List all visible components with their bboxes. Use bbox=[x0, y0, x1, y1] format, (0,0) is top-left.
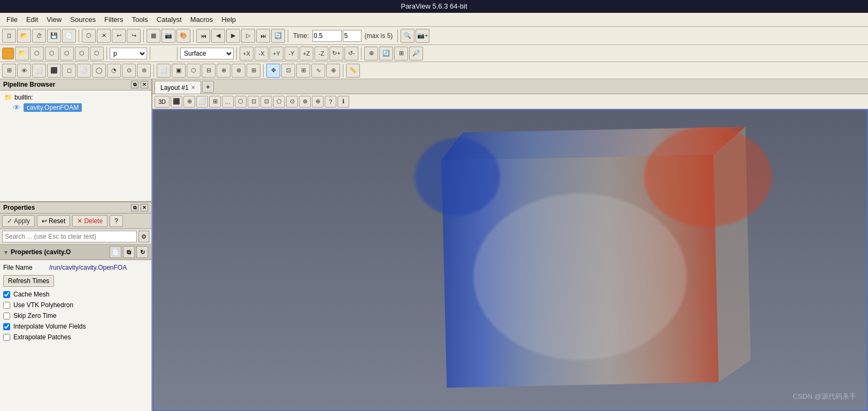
menu-file[interactable]: File bbox=[2, 14, 22, 25]
color-map-btn[interactable] bbox=[2, 48, 14, 59]
delete-button[interactable]: ✕ Delete bbox=[72, 215, 107, 227]
cube2-btn[interactable]: ⬛ bbox=[47, 64, 61, 78]
pipeline-cavity[interactable]: 👁 cavity.OpenFOAM bbox=[2, 102, 149, 113]
vp-fit-btn[interactable]: ⊞ bbox=[209, 96, 221, 108]
orient-x-btn[interactable]: +X bbox=[240, 47, 254, 60]
folder2-btn[interactable]: 📁 bbox=[15, 47, 29, 60]
pipeline-builtin[interactable]: 📁 builtin: bbox=[2, 93, 149, 102]
vp-axes-btn[interactable]: ⊕ bbox=[183, 96, 195, 108]
help-button[interactable]: ? bbox=[110, 215, 123, 227]
ellipse-btn[interactable]: ◯ bbox=[92, 64, 106, 78]
interpolate-checkbox[interactable] bbox=[3, 323, 10, 330]
menu-filters[interactable]: Filters bbox=[100, 14, 127, 25]
redo-btn[interactable]: ↪ bbox=[127, 29, 141, 43]
prev-btn[interactable]: ◀ bbox=[211, 29, 225, 43]
orient-z-btn[interactable]: +Z bbox=[299, 47, 313, 60]
surface-select[interactable]: Surface Wireframe Points bbox=[180, 48, 234, 59]
vp-orient-btn[interactable]: ⬜ bbox=[196, 96, 208, 108]
menu-tools[interactable]: Tools bbox=[127, 14, 152, 25]
rot-neg-btn[interactable]: ↺- bbox=[344, 47, 358, 60]
extrapolate-checkbox[interactable] bbox=[3, 334, 10, 341]
ruler-btn[interactable]: 📏 bbox=[346, 64, 360, 78]
vp-ruler-btn[interactable]: ⊡ bbox=[260, 96, 272, 108]
new-btn[interactable]: 🗋 bbox=[2, 29, 16, 43]
orient-y-btn[interactable]: +Y bbox=[270, 47, 283, 60]
play-btn[interactable]: ▶ bbox=[226, 29, 240, 43]
center-btn[interactable]: ⊕ bbox=[364, 47, 378, 60]
menu-view[interactable]: View bbox=[42, 14, 66, 25]
vp-more-btn[interactable]: … bbox=[222, 96, 234, 108]
props-copy-btn[interactable]: ⧉ bbox=[123, 246, 135, 258]
open-btn[interactable]: 📂 bbox=[17, 29, 31, 43]
skip-start-btn[interactable]: ⏮ bbox=[196, 29, 210, 43]
source2-btn[interactable]: ⬡ bbox=[45, 47, 59, 60]
reset-camera-btn[interactable]: 🔄 bbox=[379, 47, 393, 60]
apply-button[interactable]: ✓ Apply bbox=[2, 215, 35, 227]
properties-float-btn[interactable]: ⧉ bbox=[131, 204, 139, 211]
undo-btn[interactable]: ↩ bbox=[112, 29, 126, 43]
search-icon[interactable]: 🔍 bbox=[401, 29, 414, 43]
play-realtime-btn[interactable]: ▷ bbox=[241, 29, 255, 43]
time-value-input[interactable] bbox=[312, 30, 342, 42]
vp-3d-btn[interactable]: 3D bbox=[155, 96, 170, 108]
connect-btn[interactable]: ⬡ bbox=[82, 29, 96, 43]
camera2-btn[interactable]: 📷+ bbox=[416, 29, 429, 43]
vp-select5-btn[interactable]: ⊗ bbox=[299, 96, 311, 108]
camera-btn[interactable]: 📷 bbox=[162, 29, 175, 43]
render-canvas[interactable]: CSDN @源代码杀手 bbox=[152, 109, 868, 411]
select2-btn[interactable]: ▣ bbox=[172, 64, 186, 78]
orient-x-neg-btn[interactable]: -X bbox=[255, 47, 268, 60]
vp-select3-btn[interactable]: ⬠ bbox=[273, 96, 285, 108]
grid-btn[interactable]: ⊞ bbox=[2, 64, 16, 78]
glyph-btn[interactable]: ⊞ bbox=[296, 64, 310, 78]
stream-btn[interactable]: ∿ bbox=[311, 64, 325, 78]
vp-pick-btn[interactable]: ⊕ bbox=[312, 96, 324, 108]
select7-btn[interactable]: ⊞ bbox=[247, 64, 260, 78]
props-refresh-btn[interactable]: ↻ bbox=[136, 246, 148, 258]
menu-edit[interactable]: Edit bbox=[22, 14, 42, 25]
filter-btn[interactable]: ▦ bbox=[147, 29, 160, 43]
rot-pos-btn[interactable]: ↻+ bbox=[329, 47, 343, 60]
add-layout-btn[interactable]: + bbox=[202, 81, 214, 93]
transform-btn[interactable]: ⬡ bbox=[60, 47, 74, 60]
plane-btn[interactable]: ✥ bbox=[266, 64, 280, 78]
probe-btn[interactable]: ⊕ bbox=[326, 64, 340, 78]
cube-btn[interactable]: ⬜ bbox=[32, 64, 46, 78]
vp-select-btn[interactable]: ⬡ bbox=[235, 96, 247, 108]
select-btn[interactable]: ⬜ bbox=[157, 64, 171, 78]
cache-mesh-checkbox[interactable] bbox=[3, 291, 10, 298]
vp-help-btn[interactable]: ? bbox=[325, 96, 336, 108]
disconnect-btn[interactable]: ✕ bbox=[97, 29, 111, 43]
skip-end-btn[interactable]: ⏭ bbox=[256, 29, 270, 43]
select6-btn[interactable]: ⊗ bbox=[232, 64, 245, 78]
vp-select2-btn[interactable]: ⊡ bbox=[248, 96, 259, 108]
properties-close-btn[interactable]: ✕ bbox=[141, 204, 148, 211]
menu-help[interactable]: Help bbox=[217, 14, 240, 25]
skip-zero-checkbox[interactable] bbox=[3, 313, 10, 319]
color-btn[interactable]: 🎨 bbox=[176, 29, 190, 43]
vtk-poly-checkbox[interactable] bbox=[3, 302, 10, 309]
search-settings-btn[interactable]: ⚙ bbox=[139, 231, 149, 242]
properties-search[interactable] bbox=[2, 231, 137, 242]
orient-y-neg-btn[interactable]: -Y bbox=[285, 47, 298, 60]
loop-btn[interactable]: 🔄 bbox=[271, 29, 285, 43]
vp-surface-btn[interactable]: ⬛ bbox=[171, 96, 182, 108]
vp-info-btn[interactable]: ℹ bbox=[337, 96, 349, 108]
box-btn[interactable]: ⊡ bbox=[281, 64, 295, 78]
visibility-eye-icon[interactable]: 👁 bbox=[13, 103, 20, 112]
source-btn[interactable]: ⬡ bbox=[30, 47, 44, 60]
menu-macros[interactable]: Macros bbox=[186, 14, 218, 25]
menu-sources[interactable]: Sources bbox=[66, 14, 100, 25]
select4-btn[interactable]: ⊟ bbox=[202, 64, 216, 78]
cube3-btn[interactable]: ◻ bbox=[62, 64, 76, 78]
orient-z-neg-btn[interactable]: -Z bbox=[314, 47, 328, 60]
layout-tab-close[interactable]: ✕ bbox=[191, 85, 195, 90]
transform2-btn[interactable]: ⬡ bbox=[75, 47, 89, 60]
reset-button[interactable]: ↩ Reset bbox=[37, 215, 70, 227]
vp-select4-btn[interactable]: ⊙ bbox=[286, 96, 298, 108]
zoom-extent-btn[interactable]: ⊞ bbox=[394, 47, 408, 60]
p-select[interactable]: p U bbox=[110, 48, 147, 59]
props-doc-btn[interactable]: 📄 bbox=[110, 246, 121, 258]
pipeline-close-btn[interactable]: ✕ bbox=[141, 81, 148, 88]
sphere-btn[interactable]: ⚪ bbox=[77, 64, 91, 78]
